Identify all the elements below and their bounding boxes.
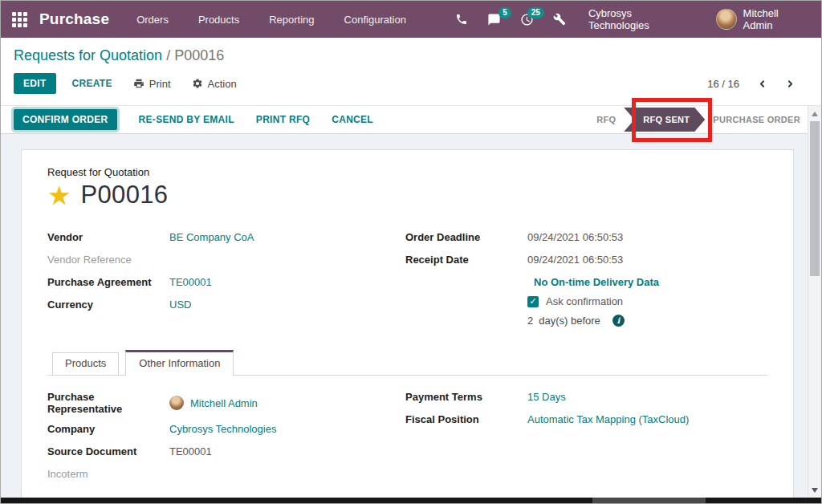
form-view: Request for Quotation ★ P00016 Vendor BE… bbox=[1, 134, 821, 498]
state-rfq[interactable]: RFQ bbox=[596, 115, 616, 124]
pager-previous-button[interactable] bbox=[757, 79, 767, 89]
field-reminder: 2 day(s) before i bbox=[527, 315, 767, 327]
horizontal-scrollbar[interactable] bbox=[1, 498, 821, 503]
notebook-tabs: Products Other Information bbox=[47, 350, 767, 376]
field-purchase-agreement: Purchase Agreement TE00001 bbox=[47, 276, 405, 291]
print-button[interactable]: Print bbox=[133, 78, 171, 90]
form-sheet: Request for Quotation ★ P00016 Vendor BE… bbox=[21, 149, 794, 498]
breadcrumb-current: P00016 bbox=[174, 47, 224, 63]
tools-icon[interactable] bbox=[553, 13, 566, 26]
incoterm-label: Incoterm bbox=[47, 468, 169, 482]
control-panel-buttons: EDIT CREATE Print Action 16 / 16 bbox=[14, 73, 808, 94]
field-grid-top: Vendor BE Company CoA Vendor Reference P… bbox=[47, 231, 767, 327]
order-deadline-value: 09/24/2021 06:50:53 bbox=[527, 231, 623, 246]
app-menu: Orders Products Reporting Configuration bbox=[136, 14, 436, 26]
record-pager: 16 / 16 bbox=[707, 78, 808, 90]
other-information-pane: Purchase Representative Mitchell Admin C… bbox=[47, 376, 767, 490]
control-panel: Requests for Quotation / P00016 EDIT CRE… bbox=[1, 38, 821, 105]
field-purchase-representative: Purchase Representative Mitchell Admin bbox=[47, 391, 405, 415]
state-purchase-order[interactable]: PURCHASE ORDER bbox=[713, 115, 800, 124]
systray: 5 25 Cybrosys Technologies Mitchell Admi… bbox=[436, 7, 810, 31]
breadcrumb-parent-link[interactable]: Requests for Quotation bbox=[14, 47, 162, 63]
field-company: Company Cybrosys Technologies bbox=[47, 423, 405, 437]
fiscal-position-value[interactable]: Automatic Tax Mapping (TaxCloud) bbox=[527, 413, 689, 428]
on-time-delivery-note: No On-time Delivery Data bbox=[534, 276, 767, 288]
vertical-scrollbar[interactable] bbox=[808, 106, 821, 498]
currency-label: Currency bbox=[47, 299, 169, 313]
currency-value[interactable]: USD bbox=[169, 299, 191, 313]
field-vendor-reference: Vendor Reference bbox=[47, 254, 405, 268]
order-deadline-label: Order Deadline bbox=[405, 231, 527, 246]
payment-terms-label: Payment Terms bbox=[405, 391, 527, 405]
record-title: P00016 bbox=[81, 181, 169, 209]
confirm-order-button[interactable]: CONFIRM ORDER bbox=[14, 109, 117, 130]
horizontal-scrollbar-thumb[interactable] bbox=[592, 498, 706, 503]
user-menu[interactable]: Mitchell Admin bbox=[743, 7, 810, 31]
nav-menu-configuration[interactable]: Configuration bbox=[344, 14, 406, 26]
vendor-value[interactable]: BE Company CoA bbox=[169, 231, 254, 246]
print-label: Print bbox=[149, 78, 171, 90]
field-column-left: Vendor BE Company CoA Vendor Reference P… bbox=[47, 231, 405, 327]
payment-terms-value[interactable]: 15 Days bbox=[527, 391, 566, 405]
pager-next-button[interactable] bbox=[785, 79, 796, 89]
activities-icon[interactable]: 25 bbox=[520, 13, 534, 26]
field-ask-confirmation: ✓ Ask confirmation bbox=[527, 295, 767, 307]
edit-button[interactable]: EDIT bbox=[14, 73, 56, 94]
status-widget: RFQ RFQ SENT PURCHASE ORDER bbox=[596, 108, 800, 132]
nav-menu-products[interactable]: Products bbox=[198, 14, 239, 26]
breadcrumb-separator: / bbox=[166, 47, 174, 63]
tab-products[interactable]: Products bbox=[52, 352, 119, 375]
printer-icon bbox=[133, 78, 144, 89]
other-info-column-left: Purchase Representative Mitchell Admin C… bbox=[47, 391, 405, 490]
create-button[interactable]: CREATE bbox=[72, 78, 112, 89]
ask-confirmation-checkbox[interactable]: ✓ bbox=[527, 296, 539, 307]
tab-other-information[interactable]: Other Information bbox=[125, 350, 234, 376]
company-value[interactable]: Cybrosys Technologies bbox=[169, 423, 276, 437]
print-rfq-button[interactable]: PRINT RFQ bbox=[256, 114, 310, 125]
breadcrumb: Requests for Quotation / P00016 bbox=[14, 45, 808, 66]
field-incoterm: Incoterm bbox=[47, 468, 405, 482]
field-receipt-date: Receipt Date 09/24/2021 06:50:53 bbox=[405, 254, 767, 268]
other-info-column-right: Payment Terms 15 Days Fiscal Position Au… bbox=[405, 391, 767, 490]
field-currency: Currency USD bbox=[47, 299, 405, 313]
company-label: Company bbox=[47, 423, 169, 437]
vendor-reference-label: Vendor Reference bbox=[47, 254, 169, 268]
fiscal-position-label: Fiscal Position bbox=[405, 413, 527, 428]
activities-badge: 25 bbox=[527, 7, 544, 18]
odoo-purchase-window: Purchase Orders Products Reporting Confi… bbox=[0, 0, 822, 504]
user-avatar[interactable] bbox=[716, 9, 737, 30]
field-fiscal-position: Fiscal Position Automatic Tax Mapping (T… bbox=[405, 413, 767, 428]
vertical-scrollbar-thumb[interactable] bbox=[810, 121, 820, 276]
nav-menu-reporting[interactable]: Reporting bbox=[269, 14, 314, 26]
app-name[interactable]: Purchase bbox=[39, 10, 109, 28]
scroll-down-arrow[interactable] bbox=[812, 488, 818, 493]
resend-by-email-button[interactable]: RE-SEND BY EMAIL bbox=[139, 114, 234, 125]
purchase-agreement-label: Purchase Agreement bbox=[47, 276, 169, 291]
gear-icon bbox=[192, 78, 203, 89]
field-grid-other-info: Purchase Representative Mitchell Admin C… bbox=[47, 391, 767, 490]
delivery-block: No On-time Delivery Data ✓ Ask confirmat… bbox=[527, 276, 767, 327]
source-document-label: Source Document bbox=[47, 445, 169, 460]
purchase-agreement-value[interactable]: TE00001 bbox=[169, 276, 212, 291]
scroll-up-arrow[interactable] bbox=[812, 112, 818, 116]
nav-menu-orders[interactable]: Orders bbox=[136, 14, 169, 26]
messages-icon[interactable]: 5 bbox=[487, 13, 501, 26]
state-rfq-sent-active[interactable]: RFQ SENT bbox=[624, 108, 705, 132]
purchase-representative-label: Purchase Representative bbox=[47, 391, 169, 415]
field-payment-terms: Payment Terms 15 Days bbox=[405, 391, 767, 405]
apps-menu-icon[interactable] bbox=[12, 12, 27, 27]
info-icon[interactable]: i bbox=[612, 315, 625, 327]
ask-confirmation-label: Ask confirmation bbox=[546, 295, 623, 307]
pager-value[interactable]: 16 / 16 bbox=[707, 78, 739, 90]
vendor-label: Vendor bbox=[47, 231, 169, 246]
purchase-representative-value[interactable]: Mitchell Admin bbox=[190, 397, 258, 409]
favorite-star-icon[interactable]: ★ bbox=[47, 182, 71, 209]
field-column-right: Order Deadline 09/24/2021 06:50:53 Recei… bbox=[405, 231, 767, 327]
cancel-button[interactable]: CANCEL bbox=[332, 114, 373, 125]
phone-icon[interactable] bbox=[455, 13, 468, 26]
form-statusbar: CONFIRM ORDER RE-SEND BY EMAIL PRINT RFQ… bbox=[1, 105, 821, 134]
messages-badge: 5 bbox=[498, 7, 511, 18]
top-navbar: Purchase Orders Products Reporting Confi… bbox=[1, 1, 821, 38]
company-switcher[interactable]: Cybrosys Technologies bbox=[588, 7, 695, 31]
action-button[interactable]: Action bbox=[192, 78, 237, 90]
